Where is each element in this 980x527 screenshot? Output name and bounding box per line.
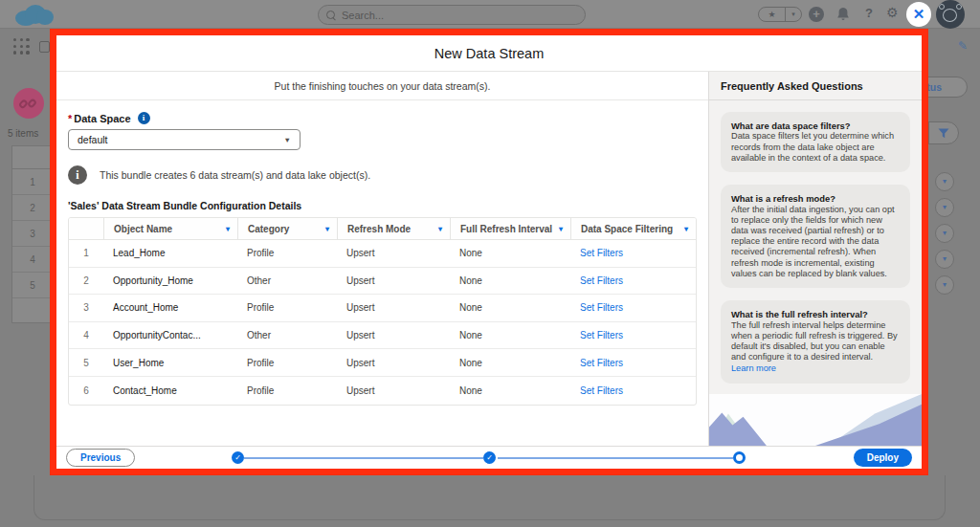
column-header-category[interactable]: Category▾	[237, 218, 337, 239]
row-number: 3	[69, 302, 103, 313]
learn-more-link[interactable]: Learn more	[731, 363, 900, 374]
bell-icon	[835, 7, 851, 22]
faq-answer: Data space filters let you determine whi…	[731, 131, 900, 164]
full-refresh-interval-cell: None	[450, 302, 570, 313]
column-header-object-name[interactable]: Object Name▾	[103, 218, 237, 239]
table-row: 5 User_Home Profile Upsert None Set Filt…	[69, 349, 696, 377]
data-stream-table: Object Name▾ Category▾ Refresh Mode▾ Ful…	[68, 217, 697, 406]
page-title: New Data Stream	[434, 46, 544, 61]
refresh-mode-cell: Upsert	[337, 385, 450, 396]
row-actions-button[interactable]: ▾	[935, 172, 954, 191]
close-icon[interactable]: ✕	[906, 2, 931, 27]
faq-sidebar: Frequently Asked Questions What are data…	[708, 72, 922, 446]
chevron-down-icon[interactable]: ▾	[325, 225, 329, 233]
plus-icon: +	[813, 7, 820, 21]
progress-step-complete-icon: ✓	[483, 451, 496, 464]
row-actions-button[interactable]: ▾	[935, 198, 954, 217]
chevron-down-icon: ▾	[786, 8, 801, 21]
category-cell: Profile	[237, 358, 337, 368]
global-actions-button[interactable]: +	[809, 7, 824, 22]
faq-title: Frequently Asked Questions	[709, 72, 922, 100]
chevron-down-icon[interactable]: ▾	[438, 225, 442, 233]
chevron-down-icon: ▾	[943, 229, 947, 237]
bundle-info-banner: i This bundle creates 6 data stream(s) a…	[68, 165, 697, 185]
set-filters-link[interactable]: Set Filters	[570, 302, 696, 313]
pencil-icon: ✎	[958, 39, 968, 53]
row-actions-button[interactable]: ▾	[935, 275, 954, 295]
faq-card: What is a refresh mode? After the initia…	[721, 185, 910, 288]
table-row: 4 OpportunityContac... Other Upsert None…	[69, 322, 696, 350]
app-launcher-icon[interactable]	[13, 38, 31, 55]
favorites-button[interactable]: ★ ▾	[758, 7, 802, 22]
modal-main-panel: Put the finishing touches on your data s…	[56, 72, 708, 446]
faq-question: What is the full refresh interval?	[731, 309, 900, 319]
object-name-cell: Opportunity_Home	[103, 275, 237, 286]
setup-button[interactable]: ⚙	[886, 5, 899, 20]
info-icon[interactable]: i	[138, 112, 150, 124]
new-data-stream-modal: New Data Stream Put the finishing touche…	[50, 29, 928, 475]
column-header-data-space-filtering[interactable]: Data Space Filtering▾	[570, 218, 696, 239]
row-number: 5	[69, 358, 103, 368]
progress-line	[498, 457, 733, 459]
category-cell: Profile	[237, 248, 337, 258]
search-input[interactable]	[342, 10, 577, 21]
row-actions-button[interactable]: ▾	[935, 250, 954, 269]
gear-icon: ⚙	[886, 5, 899, 20]
help-icon: ?	[865, 6, 873, 20]
set-filters-link[interactable]: Set Filters	[570, 248, 696, 258]
faq-answer: After the initial data ingestion, you ca…	[731, 205, 900, 280]
full-refresh-interval-cell: None	[450, 330, 570, 340]
notifications-button[interactable]	[835, 7, 851, 22]
filter-button[interactable]	[929, 122, 958, 143]
set-filters-link[interactable]: Set Filters	[570, 275, 696, 286]
user-avatar[interactable]	[936, 0, 965, 29]
previous-button[interactable]: Previous	[66, 449, 135, 467]
modal-subtitle: Put the finishing touches on your data s…	[56, 72, 708, 100]
chevron-down-icon[interactable]: ▾	[559, 225, 563, 233]
faq-card: What is the full refresh interval? The f…	[721, 300, 910, 384]
faq-answer: The full refresh interval helps determin…	[731, 320, 900, 363]
category-cell: Other	[237, 275, 337, 286]
faq-question: What is a refresh mode?	[731, 193, 900, 204]
set-filters-link[interactable]: Set Filters	[570, 385, 696, 396]
progress-line	[244, 457, 483, 459]
faq-card: What are data space filters? Data space …	[721, 112, 910, 172]
chevron-down-icon: ▾	[943, 177, 947, 186]
category-cell: Profile	[237, 302, 337, 313]
data-space-select[interactable]: default ▼	[68, 129, 301, 150]
data-space-selected-value: default	[78, 134, 108, 145]
row-number: 2	[69, 275, 103, 286]
mountain-illustration	[709, 394, 922, 446]
global-search[interactable]	[318, 5, 586, 25]
set-filters-link[interactable]: Set Filters	[570, 330, 696, 340]
background-row-number: 4	[12, 247, 53, 273]
column-header-refresh-mode[interactable]: Refresh Mode▾	[337, 218, 450, 239]
category-cell: Profile	[237, 385, 337, 396]
salesforce-logo	[11, 3, 56, 27]
chevron-down-icon[interactable]: ▾	[684, 225, 688, 233]
object-name-cell: User_Home	[103, 358, 237, 368]
avatar-face	[943, 9, 957, 22]
table-row: 1 Lead_Home Profile Upsert None Set Filt…	[69, 240, 696, 268]
column-header-full-refresh-interval[interactable]: Full Refresh Interval▾	[450, 218, 570, 239]
help-button[interactable]: ?	[865, 6, 873, 20]
object-name-cell: Account_Home	[103, 302, 237, 313]
table-header-row: Object Name▾ Category▾ Refresh Mode▾ Ful…	[69, 218, 696, 240]
object-name-cell: Lead_Home	[103, 248, 237, 258]
deploy-button[interactable]: Deploy	[854, 449, 912, 467]
info-circle-icon: i	[68, 165, 87, 185]
background-table-header	[12, 146, 53, 169]
background-row-number: 1	[12, 169, 53, 195]
star-icon: ★	[759, 8, 785, 21]
chevron-down-icon[interactable]: ▾	[226, 225, 230, 233]
required-asterisk: *	[68, 113, 72, 124]
chain-link-icon	[16, 91, 40, 115]
select-caret-icon: ▼	[284, 136, 291, 144]
bundle-info-text: This bundle creates 6 data stream(s) and…	[100, 169, 370, 181]
chevron-down-icon: ▾	[943, 203, 947, 211]
set-filters-link[interactable]: Set Filters	[570, 358, 696, 368]
items-count: 5 items	[8, 128, 38, 139]
full-refresh-interval-cell: None	[450, 248, 570, 258]
row-actions-button[interactable]: ▾	[935, 224, 954, 243]
background-row-number: 3	[12, 221, 53, 247]
